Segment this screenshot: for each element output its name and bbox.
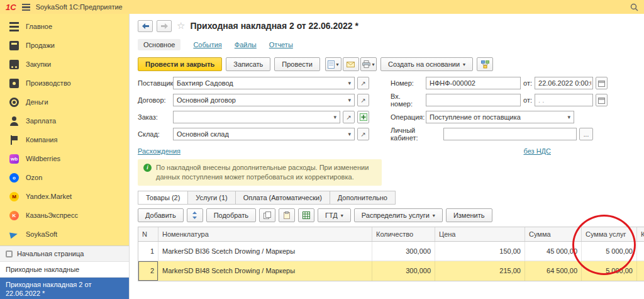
column-header-cut[interactable]: К	[637, 227, 644, 241]
discrepancies-link[interactable]: Расхождения	[138, 147, 180, 155]
sidebar-item-soykasoft[interactable]: SoykaSoft	[0, 225, 129, 244]
dropdown-caret-icon[interactable]: ▾	[346, 97, 353, 103]
create-based-on-button[interactable]: Создать на основании ▾	[380, 57, 473, 71]
table-header: N Номенклатура Количество Цена Сумма Сум…	[138, 227, 644, 242]
sidebar-item-money[interactable]: Деньги	[0, 93, 129, 111]
column-header-nomenclature[interactable]: Номенклатура	[158, 227, 372, 241]
tab-events[interactable]: События	[193, 41, 221, 48]
tab-reports[interactable]: Отчеты	[269, 41, 293, 48]
favorite-star-icon[interactable]: ☆	[177, 20, 185, 31]
cell-price[interactable]: 215,00	[435, 261, 525, 281]
column-header-quantity[interactable]: Количество	[372, 227, 435, 241]
cabinet-field[interactable]	[443, 128, 577, 140]
reports-structure-button[interactable]	[477, 57, 493, 71]
sidebar-item-salary[interactable]: Зарплата	[0, 111, 129, 130]
sidebar-item-label: Ozon	[26, 174, 42, 181]
dropdown-caret-icon[interactable]: ▾	[346, 80, 353, 86]
post-and-close-button[interactable]: Провести и закрыть	[138, 57, 222, 71]
incoming-date-calendar-button[interactable]	[596, 94, 608, 106]
back-button[interactable]	[138, 20, 153, 32]
add-row-button[interactable]: Добавить	[138, 208, 184, 222]
cell-price[interactable]: 150,00	[435, 242, 525, 261]
dropdown-caret-icon[interactable]: ▾	[565, 114, 572, 120]
cabinet-select-button[interactable]: ...	[579, 128, 593, 140]
operation-field[interactable]: Поступление от поставщика ▾	[426, 111, 574, 123]
sidebar-item-main[interactable]: Главное	[0, 17, 129, 36]
column-header-sum[interactable]: Сумма	[525, 227, 582, 241]
taskbar-item-invoices-list[interactable]: Приходные накладные	[0, 262, 129, 278]
post-button[interactable]: Провести	[274, 57, 320, 71]
order-open-button[interactable]: ↗	[343, 111, 355, 123]
sidebar-item-yandex-market[interactable]: M Yandex.Market	[0, 187, 129, 206]
sidebar-item-ozon[interactable]: o Ozon	[0, 168, 129, 187]
sidebar-item-production[interactable]: Производство	[0, 74, 129, 93]
tab-payment[interactable]: Оплата (Автоматически)	[235, 191, 330, 205]
section-tabs: Товары (2) Услуги (1) Оплата (Автоматиче…	[138, 191, 644, 205]
sidebar-item-kazan-express[interactable]: K КазаньЭкспресс	[0, 206, 129, 225]
order-field[interactable]: ▾	[173, 111, 340, 123]
paste-icon	[283, 212, 291, 219]
cell-n[interactable]: 1	[138, 242, 158, 261]
taskbar-item-home[interactable]: Начальная страница	[0, 246, 129, 262]
cell-service-sum[interactable]: 5 000,00	[582, 261, 637, 281]
export-table-button[interactable]	[298, 208, 314, 222]
date-calendar-button[interactable]	[596, 77, 608, 89]
gtd-button[interactable]: ГТД ▾	[318, 208, 351, 222]
document-nav-tabs: Основное События Файлы Отчеты	[138, 38, 644, 52]
cell-quantity[interactable]: 300,000	[372, 242, 435, 261]
column-header-n[interactable]: N	[138, 227, 158, 241]
structure-icon	[481, 60, 489, 69]
tab-services[interactable]: Услуги (1)	[187, 191, 235, 205]
create-order-button[interactable]	[357, 111, 369, 123]
distribute-services-button[interactable]: Распределить услуги ▾	[354, 208, 443, 222]
tab-main[interactable]: Основное	[138, 39, 180, 50]
sidebar-item-company[interactable]: Компания	[0, 130, 129, 149]
taskbar-item-current-invoice[interactable]: Приходная накладная 2 от 22.06.2022 *	[0, 278, 129, 299]
write-button[interactable]: Записать	[226, 57, 270, 71]
cell-sum[interactable]: 45 000,00	[525, 242, 582, 261]
email-button[interactable]	[343, 57, 359, 71]
column-header-service-sum[interactable]: Сумма услуг	[582, 227, 637, 241]
incoming-date-field[interactable]: . .	[535, 94, 593, 106]
move-rows-button[interactable]	[187, 208, 203, 222]
incoming-number-field[interactable]	[426, 94, 521, 106]
print-button[interactable]: ▾	[360, 57, 377, 71]
ozon-logo-icon: o	[9, 173, 19, 183]
sidebar-item-sales[interactable]: Продажи	[0, 36, 129, 55]
dropdown-caret-icon[interactable]: ▾	[331, 114, 338, 120]
warehouse-field[interactable]: Основной склад ▾	[173, 128, 355, 140]
copy-rows-button[interactable]	[259, 208, 275, 222]
number-label: Номер:	[391, 79, 423, 87]
change-button[interactable]: Изменить	[446, 208, 492, 222]
column-header-price[interactable]: Цена	[435, 227, 525, 241]
forward-button[interactable]	[157, 20, 172, 32]
cell-quantity[interactable]: 300,000	[372, 261, 435, 281]
contract-value: Основной договор	[177, 96, 236, 104]
pick-button[interactable]: Подобрать	[206, 208, 256, 222]
table-row-selected[interactable]: 2 MarkerSD BI48 Scetch Drowing / Маркеры…	[138, 261, 644, 281]
contract-open-button[interactable]: ↗	[357, 94, 369, 106]
cell-nomenclature[interactable]: MarkerSD BI36 Scetch Drowing / Маркеры	[158, 242, 372, 261]
sidebar-item-purchases[interactable]: Закупки	[0, 55, 129, 74]
contract-field[interactable]: Основной договор ▾	[173, 94, 355, 106]
tab-goods[interactable]: Товары (2)	[138, 191, 188, 205]
cell-nomenclature[interactable]: MarkerSD BI48 Scetch Drowing / Маркеры	[158, 261, 372, 281]
vat-link[interactable]: без НДС	[524, 147, 552, 155]
search-icon[interactable]	[630, 3, 638, 11]
supplier-open-button[interactable]: ↗	[357, 77, 369, 89]
number-field[interactable]: НФНФ-000002	[426, 77, 521, 89]
tab-additional[interactable]: Дополнительно	[330, 191, 396, 205]
cell-service-sum[interactable]: 5 000,00	[582, 242, 637, 261]
main-menu-icon[interactable]	[22, 4, 30, 11]
tab-files[interactable]: Файлы	[235, 41, 257, 48]
date-field[interactable]: 22.06.2022 0:00:00	[535, 77, 593, 89]
table-row[interactable]: 1 MarkerSD BI36 Scetch Drowing / Маркеры…	[138, 242, 644, 261]
cell-n[interactable]: 2	[138, 261, 158, 281]
paste-rows-button[interactable]	[279, 208, 295, 222]
dropdown-caret-icon[interactable]: ▾	[346, 131, 353, 137]
cell-sum[interactable]: 64 500,00	[525, 261, 582, 281]
supplier-field[interactable]: Бахтияр Садовод ▾	[173, 77, 355, 89]
warehouse-open-button[interactable]: ↗	[357, 128, 369, 140]
attach-file-button[interactable]: ▾	[325, 57, 341, 71]
sidebar-item-wildberries[interactable]: wb Wildberries	[0, 149, 129, 168]
